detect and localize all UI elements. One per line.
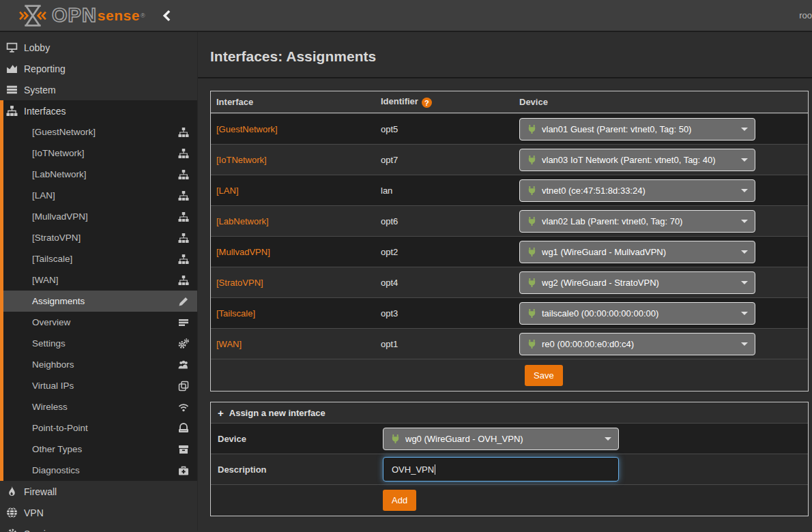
sidebar-item-label: Diagnostics xyxy=(32,465,80,475)
sidebar-item-vpn[interactable]: VPN xyxy=(0,502,197,523)
sidebar-item-neighbors[interactable]: Neighbors xyxy=(3,354,197,375)
sidebar-item-wireless[interactable]: Wireless xyxy=(3,396,197,417)
list-icon xyxy=(178,317,189,328)
sidebar-item-lan[interactable]: [LAN] xyxy=(3,185,197,206)
interface-link[interactable]: [WAN] xyxy=(216,339,242,349)
device-select[interactable]: vlan02 Lab (Parent: vtnet0, Tag: 70) xyxy=(519,210,755,233)
device-select[interactable]: vlan01 Guest (Parent: vtnet0, Tag: 50) xyxy=(519,118,755,141)
plug-icon xyxy=(527,339,537,349)
sidebar-item-point-to-point[interactable]: Point-to-Point xyxy=(3,417,197,439)
device-select-value: vlan01 Guest (Parent: vtnet0, Tag: 50) xyxy=(542,124,736,134)
device-select-value: wg1 (WireGuard - MullvadVPN) xyxy=(542,247,736,257)
sidebar-item-firewall[interactable]: Firewall xyxy=(0,481,197,502)
device-select-value: wg2 (WireGuard - StratoVPN) xyxy=(542,278,736,288)
caret-down-icon xyxy=(741,189,748,192)
sidebar-item-other-types[interactable]: Other Types xyxy=(3,439,197,460)
sidebar-item-lobby[interactable]: Lobby xyxy=(0,37,197,58)
identifier-value: opt4 xyxy=(381,278,519,288)
sidebar-item-diagnostics[interactable]: Diagnostics xyxy=(3,460,197,481)
new-device-select[interactable]: wg0 (WireGuard - OVH_VPN) xyxy=(383,428,619,450)
interface-link[interactable]: [Tailscale] xyxy=(216,308,255,319)
plug-icon xyxy=(527,216,537,226)
column-header-label: Identifier xyxy=(381,96,418,106)
sidebar-item-assignments[interactable]: Assignments xyxy=(3,291,197,312)
sidebar-item-guestnetwork[interactable]: [GuestNetwork] xyxy=(3,121,197,143)
plug-icon xyxy=(527,186,537,196)
device-select[interactable]: wg1 (WireGuard - MullvadVPN) xyxy=(519,241,755,263)
new-device-select-value: wg0 (WireGuard - OVH_VPN) xyxy=(405,434,599,444)
sidebar-item-label: [WAN] xyxy=(32,275,59,285)
sidebar-item-iotnetwork[interactable]: [IoTNetwork] xyxy=(3,143,197,164)
sidebar-item-services[interactable]: Services xyxy=(0,523,197,532)
page-header: Interfaces: Assignments xyxy=(198,32,812,78)
sitemap-icon xyxy=(178,233,189,243)
medkit-icon xyxy=(178,465,189,476)
plug-icon xyxy=(390,434,401,444)
sidebar-item-label: System xyxy=(24,85,56,95)
caret-down-icon xyxy=(741,281,748,284)
sidebar-item-mullvadvpn[interactable]: [MullvadVPN] xyxy=(3,206,197,227)
user-menu-text[interactable]: roo xyxy=(799,10,812,20)
identifier-value: opt1 xyxy=(381,339,519,349)
chevron-left-icon[interactable] xyxy=(160,9,174,23)
sidebar-item-label: [Tailscale] xyxy=(32,254,72,264)
brand-registered-mark: ® xyxy=(141,12,145,19)
sidebar-item-reporting[interactable]: Reporting xyxy=(0,58,197,79)
sidebar: Lobby Reporting System Interfaces [Guest… xyxy=(0,32,198,531)
device-select[interactable]: wg2 (WireGuard - StratoVPN) xyxy=(519,271,755,294)
opnsense-hourglass-icon xyxy=(18,3,48,28)
device-select-value: re0 (00:00:00:e0:d0:c4) xyxy=(542,339,736,349)
opnsense-logo[interactable]: OPNsense® xyxy=(18,3,145,28)
device-select[interactable]: vtnet0 (ce:47:51:8d:33:24) xyxy=(519,179,755,202)
device-select[interactable]: tailscale0 (00:00:00:00:00:00) xyxy=(519,302,755,325)
question-circle-icon[interactable]: ? xyxy=(422,98,432,108)
sidebar-item-label: Neighbors xyxy=(32,359,74,370)
wifi-icon xyxy=(178,402,189,413)
device-select[interactable]: re0 (00:00:00:e0:d0:c4) xyxy=(519,333,755,355)
sidebar-item-system[interactable]: System xyxy=(0,79,197,100)
sidebar-item-label: [StratoVPN] xyxy=(32,233,81,243)
brand-opn: OPN xyxy=(52,5,97,25)
cogs-icon xyxy=(178,338,189,349)
interface-link[interactable]: [LabNetwork] xyxy=(216,216,269,226)
sidebar-item-label: [IoTNetwork] xyxy=(32,148,85,158)
identifier-value: opt2 xyxy=(381,247,519,257)
sidebar-item-label: Lobby xyxy=(24,42,50,53)
plug-icon xyxy=(527,155,537,165)
save-button[interactable]: Save xyxy=(525,365,563,386)
archive-icon xyxy=(178,444,189,455)
sidebar-item-overview[interactable]: Overview xyxy=(3,312,197,333)
interface-link[interactable]: [IoTNetwork] xyxy=(216,155,267,165)
plug-icon xyxy=(527,247,537,257)
add-button[interactable]: Add xyxy=(383,490,416,511)
clone-icon xyxy=(178,381,189,391)
description-input[interactable]: OVH_VPN xyxy=(383,457,619,482)
identifier-value: opt3 xyxy=(381,308,519,319)
top-bar: OPNsense® roo xyxy=(0,0,812,32)
device-select-value: vlan02 Lab (Parent: vtnet0, Tag: 70) xyxy=(542,216,736,226)
area-chart-icon xyxy=(6,63,18,74)
identifier-value: opt7 xyxy=(381,155,519,165)
sitemap-icon xyxy=(178,127,189,138)
interface-link[interactable]: [GuestNetwork] xyxy=(216,124,278,134)
sidebar-item-stratovpn[interactable]: [StratoVPN] xyxy=(3,227,197,248)
interface-link[interactable]: [LAN] xyxy=(216,186,239,196)
description-form-row: Description OVH_VPN xyxy=(211,454,808,484)
device-select[interactable]: vlan03 IoT Network (Parent: vtnet0, Tag:… xyxy=(519,149,755,171)
sidebar-item-label: [MullvadVPN] xyxy=(32,211,88,222)
assignments-table: Interface Identifier? Device [GuestNetwo… xyxy=(210,91,809,391)
sidebar-item-label: VPN xyxy=(24,507,44,518)
sidebar-item-tailscale[interactable]: [Tailscale] xyxy=(3,248,197,269)
interface-link[interactable]: [StratoVPN] xyxy=(216,278,263,288)
table-header-row: Interface Identifier? Device xyxy=(211,91,808,113)
interface-link[interactable]: [MullvadVPN] xyxy=(216,247,270,257)
sidebar-item-label: [LabNetwork] xyxy=(32,169,87,179)
sidebar-item-label: Virtual IPs xyxy=(32,381,74,391)
column-header-device: Device xyxy=(519,97,808,107)
sitemap-icon xyxy=(178,169,189,180)
sidebar-item-labnetwork[interactable]: [LabNetwork] xyxy=(3,164,197,185)
sidebar-item-settings[interactable]: Settings xyxy=(3,333,197,354)
sidebar-item-virtual-ips[interactable]: Virtual IPs xyxy=(3,375,197,396)
sidebar-item-wan[interactable]: [WAN] xyxy=(3,269,197,291)
sidebar-item-interfaces[interactable]: Interfaces xyxy=(3,100,197,121)
